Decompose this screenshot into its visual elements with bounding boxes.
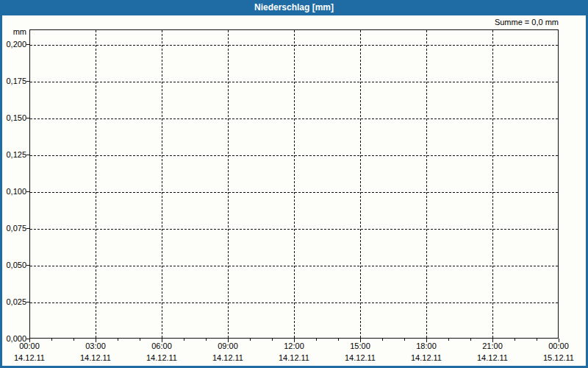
y-axis-tick (26, 302, 29, 302)
x-axis-major-tick (162, 339, 162, 342)
y-axis-tick (26, 44, 29, 45)
x-axis-major-tick (228, 339, 229, 342)
chart-title: Niederschlag [mm] (254, 2, 334, 13)
x-axis-date-label: 14.12.11 (4, 353, 55, 362)
x-axis-time-label: 03:00 (70, 342, 121, 350)
vertical-gridline (228, 30, 229, 338)
plot-area (29, 29, 559, 339)
x-axis-major-tick (294, 339, 295, 342)
vertical-gridline (162, 30, 162, 338)
x-axis-minor-tick (184, 339, 184, 341)
x-axis-minor-tick (140, 339, 140, 341)
y-axis-unit-label: mm (2, 27, 26, 36)
x-axis-minor-tick (537, 339, 537, 341)
y-axis-tick-label: 0,150 (2, 113, 26, 122)
y-axis-tick (26, 81, 29, 82)
x-axis-major-tick (426, 339, 427, 342)
x-axis-minor-tick (514, 339, 515, 341)
x-axis-minor-tick (470, 339, 471, 341)
x-axis-minor-tick (272, 339, 273, 341)
x-axis-time-label: 21:00 (467, 342, 518, 350)
chart-title-bar: Niederschlag [mm] (0, 0, 588, 15)
vertical-gridline (294, 30, 295, 338)
x-axis-time-label: 18:00 (401, 342, 452, 350)
y-axis-tick (26, 155, 29, 155)
sum-annotation: Summe = 0,0 mm (495, 18, 559, 26)
y-axis-tick-label: 0,075 (2, 224, 26, 233)
x-axis-time-label: 09:00 (202, 342, 254, 350)
x-axis-date-label: 15.12.11 (533, 353, 584, 362)
x-axis-minor-tick (118, 339, 118, 341)
x-axis-date-label: 14.12.11 (401, 353, 452, 362)
x-axis-minor-tick (206, 339, 207, 341)
x-axis-date-label: 14.12.11 (136, 353, 187, 362)
x-axis-date-label: 14.12.11 (467, 353, 518, 362)
y-axis-tick (26, 228, 29, 229)
x-axis-minor-tick (404, 339, 405, 341)
x-axis-time-label: 00:00 (533, 342, 584, 350)
x-axis-minor-tick (448, 339, 449, 341)
x-axis-date-label: 14.12.11 (202, 353, 254, 362)
y-axis-tick-label: 0,100 (2, 187, 26, 196)
vertical-gridline (96, 30, 96, 338)
x-axis-minor-tick (338, 339, 339, 341)
precipitation-chart-widget: Niederschlag [mm] Summe = 0,0 mm mm 0,20… (0, 0, 588, 368)
x-axis-major-tick (29, 339, 30, 342)
y-axis-tick (26, 191, 29, 192)
vertical-gridline (426, 30, 427, 338)
y-axis-tick-label: 0,025 (2, 297, 26, 306)
x-axis-minor-tick (250, 339, 251, 341)
x-axis-time-label: 00:00 (4, 342, 55, 350)
x-axis-major-tick (559, 339, 559, 342)
x-axis-date-label: 14.12.11 (70, 353, 121, 362)
y-axis-tick (26, 265, 29, 266)
x-axis-time-label: 12:00 (268, 342, 320, 350)
x-axis-major-tick (360, 339, 361, 342)
x-axis-major-tick (492, 339, 493, 342)
x-axis-minor-tick (74, 339, 74, 341)
x-axis-major-tick (96, 339, 96, 342)
y-axis-tick-label: 0,200 (2, 40, 26, 49)
x-axis-date-label: 14.12.11 (334, 353, 386, 362)
y-axis-tick-label: 0,175 (2, 77, 26, 85)
x-axis-time-label: 06:00 (136, 342, 187, 350)
y-axis-tick-label: 0,050 (2, 261, 26, 269)
vertical-gridline (492, 30, 493, 338)
y-axis-tick (26, 118, 29, 118)
x-axis-date-label: 14.12.11 (268, 353, 320, 362)
x-axis-minor-tick (382, 339, 383, 341)
vertical-gridline (360, 30, 361, 338)
x-axis-minor-tick (51, 339, 52, 341)
x-axis-time-label: 15:00 (334, 342, 386, 350)
x-axis-minor-tick (316, 339, 317, 341)
y-axis-tick-label: 0,125 (2, 150, 26, 159)
